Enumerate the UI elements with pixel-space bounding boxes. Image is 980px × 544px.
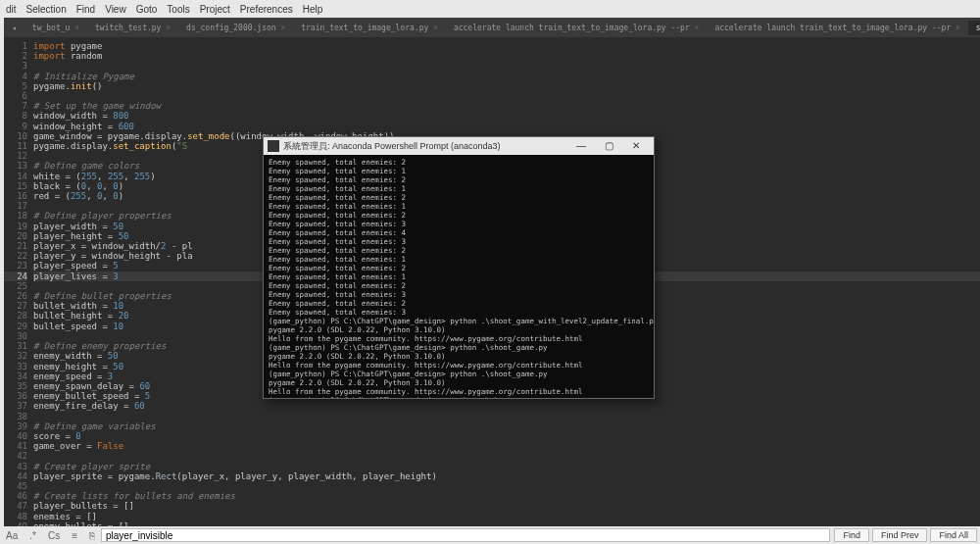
close-button[interactable]: ✕	[622, 138, 650, 154]
menu-edit[interactable]: dit	[6, 4, 17, 15]
minimize-button[interactable]: —	[567, 138, 595, 154]
menu-find[interactable]: Find	[76, 4, 95, 15]
terminal-titlebar[interactable]: 系統管理員: Anaconda Powershell Prompt (anaco…	[264, 137, 654, 155]
editor-tab[interactable]: twitch_test.py	[87, 21, 178, 35]
editor-tab[interactable]: shoot_game.py	[968, 21, 980, 35]
editor-tab[interactable]: ◂	[4, 21, 24, 35]
editor-tab[interactable]: accelerate launch train_text_to_image_lo…	[446, 21, 707, 35]
menu-goto[interactable]: Goto	[136, 4, 158, 15]
editor-tab[interactable]: train_text_to_image_lora.py	[293, 21, 446, 35]
editor-tabs: ◂tw_bot_utwitch_test.pyds_config_2000.js…	[4, 18, 980, 37]
editor-tab[interactable]: ds_config_2000.json	[178, 21, 293, 35]
line-gutter: 1234567891011121314151617181920212223242…	[4, 37, 33, 526]
editor-tab[interactable]: tw_bot_u	[24, 21, 87, 35]
editor-tab[interactable]: accelerate launch train_text_to_image_lo…	[707, 21, 967, 35]
maximize-button[interactable]: ▢	[595, 138, 622, 154]
menu-preferences[interactable]: Preferences	[240, 4, 293, 15]
toggle-case-sensitive[interactable]: Aa	[0, 530, 24, 541]
toggle-inselection[interactable]: ≡	[66, 530, 83, 541]
menubar: dit Selection Find View Goto Tools Proje…	[0, 0, 980, 18]
menu-view[interactable]: View	[105, 4, 126, 15]
terminal-icon	[268, 140, 279, 152]
find-button[interactable]: Find	[834, 528, 869, 542]
search-bar: Aa .* Cs ≡ ⎘ Find Find Prev Find All	[0, 526, 980, 544]
toggle-wholeword[interactable]: Cs	[42, 530, 66, 541]
toggle-highlight[interactable]: ⎘	[83, 530, 101, 541]
terminal-title: 系統管理員: Anaconda Powershell Prompt (anaco…	[283, 140, 567, 153]
find-prev-button[interactable]: Find Prev	[872, 528, 928, 542]
terminal-output[interactable]: Enemy spawned, total enemies: 2 Enemy sp…	[264, 155, 654, 398]
menu-help[interactable]: Help	[303, 4, 323, 15]
menu-selection[interactable]: Selection	[26, 4, 67, 15]
toggle-regex[interactable]: .*	[24, 530, 42, 541]
terminal-window[interactable]: 系統管理員: Anaconda Powershell Prompt (anaco…	[263, 136, 655, 399]
menu-project[interactable]: Project	[200, 4, 230, 15]
find-all-button[interactable]: Find All	[930, 528, 977, 542]
menu-tools[interactable]: Tools	[167, 4, 189, 15]
search-input[interactable]	[101, 528, 830, 542]
